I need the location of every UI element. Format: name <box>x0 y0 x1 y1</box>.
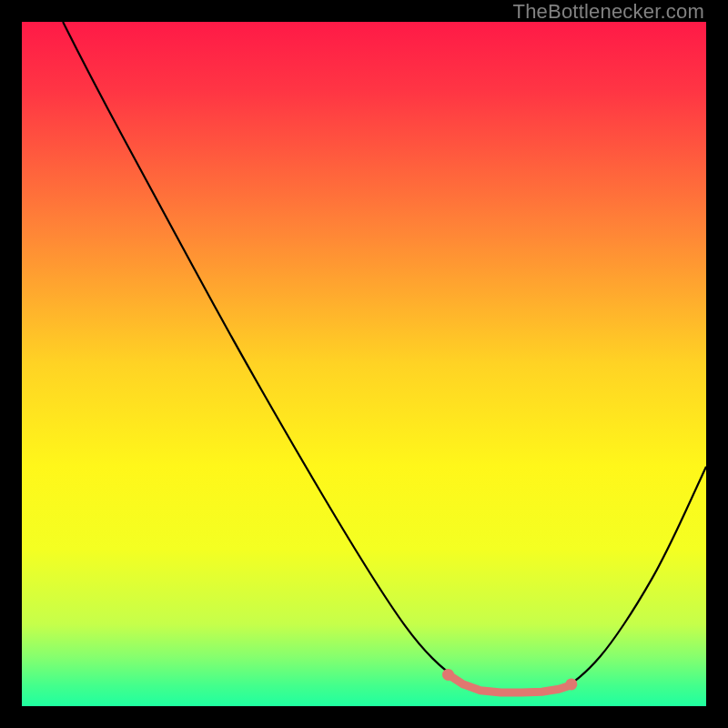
chart-plot-area <box>22 22 706 706</box>
svg-point-0 <box>442 669 454 681</box>
gradient-background <box>22 22 706 706</box>
chart-frame <box>22 22 706 706</box>
svg-point-1 <box>565 678 577 690</box>
green-band <box>22 624 706 706</box>
bottleneck-chart <box>22 22 706 706</box>
watermark-text: TheBottlenecker.com <box>513 0 704 24</box>
